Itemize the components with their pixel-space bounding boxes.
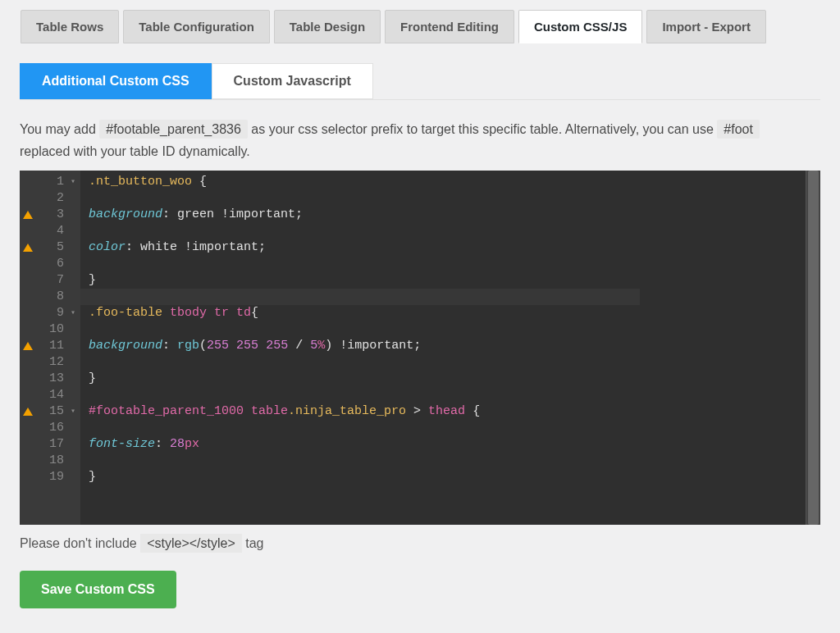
code-token: :	[155, 437, 170, 451]
line-number: 5	[49, 239, 64, 256]
tab-import-export[interactable]: Import - Export	[646, 10, 766, 43]
gutter-line: 13	[25, 371, 75, 387]
gutter-line: 3	[25, 207, 75, 223]
gutter-line: 1▾	[25, 174, 75, 190]
code-token: table	[251, 404, 288, 418]
gutter-line: 4	[25, 223, 75, 239]
line-number: 6	[49, 256, 64, 272]
code-token: tbody tr td	[162, 306, 251, 320]
editor-gutter: 1▾23456789▾101112131415▾16171819	[20, 171, 80, 525]
footer-pre: Please don't include	[20, 536, 140, 550]
line-number: 16	[49, 420, 64, 436]
code-token: thead	[428, 404, 465, 418]
code-token	[332, 339, 340, 353]
code-token: !important	[221, 207, 295, 221]
code-token: {	[192, 175, 207, 189]
gutter-line: 5	[25, 239, 75, 256]
code-token	[258, 339, 266, 353]
gutter-line: 8	[25, 289, 75, 305]
scroll-thumb[interactable]	[808, 171, 819, 525]
code-token	[244, 404, 251, 418]
code-token	[229, 339, 236, 353]
gutter-line: 10	[25, 321, 75, 338]
code-token: >	[406, 404, 428, 418]
editor-right-panel	[640, 171, 820, 525]
code-token: (	[199, 339, 207, 353]
tab-table-design[interactable]: Table Design	[274, 10, 381, 43]
gutter-line: 11	[25, 338, 75, 354]
code-token: :	[162, 207, 177, 221]
css-editor[interactable]: 1▾23456789▾101112131415▾16171819 .nt_but…	[20, 171, 820, 525]
code-token: 28	[170, 437, 185, 451]
gutter-line: 16	[25, 420, 75, 436]
fold-icon[interactable]: ▾	[69, 403, 75, 420]
tab-table-configuration[interactable]: Table Configuration	[123, 10, 270, 43]
tab-table-rows[interactable]: Table Rows	[21, 10, 119, 43]
fold-icon[interactable]: ▾	[69, 305, 75, 321]
code-token: px	[185, 437, 199, 451]
code-token: white	[140, 240, 185, 254]
line-number: 14	[49, 387, 64, 403]
line-number: 3	[49, 207, 64, 223]
code-token: ;	[413, 339, 421, 353]
code-token: .nt_button_woo	[89, 175, 192, 189]
line-number: 17	[49, 436, 64, 453]
line-number: 7	[49, 272, 64, 289]
subtab-custom-css[interactable]: Additional Custom CSS	[20, 63, 212, 99]
code-token: }	[89, 470, 96, 484]
code-token: )	[325, 339, 332, 353]
code-token: rgb	[177, 339, 199, 353]
subtab-custom-js[interactable]: Custom Javascript	[212, 63, 373, 99]
gutter-line: 2	[25, 190, 75, 207]
help-text: You may add #footable_parent_3836 as you…	[20, 118, 820, 162]
line-number: 18	[49, 453, 64, 469]
code-token: :	[162, 339, 177, 353]
code-token: green	[177, 207, 221, 221]
line-number: 11	[49, 338, 64, 354]
line-number: 8	[49, 289, 64, 305]
code-token: font-size	[89, 437, 155, 451]
line-number: 13	[49, 371, 64, 387]
help-mid: as your css selector prefix to target th…	[251, 122, 717, 136]
code-token: %	[317, 339, 325, 353]
line-number: 15	[49, 403, 64, 420]
help-pre: You may add	[20, 122, 99, 136]
save-custom-css-button[interactable]: Save Custom CSS	[20, 571, 176, 608]
line-number: 4	[49, 223, 64, 239]
gutter-line: 18	[25, 453, 75, 469]
gutter-line: 17	[25, 436, 75, 453]
code-token: ;	[295, 207, 303, 221]
line-number: 10	[49, 321, 64, 338]
code-token: }	[89, 273, 96, 287]
code-token: .foo-table	[89, 306, 162, 320]
help-line2: replaced with your table ID dynamically.	[20, 144, 250, 158]
code-token: color	[89, 240, 126, 254]
code-token: .ninja_table_pro	[288, 404, 406, 418]
tab-custom-css-js[interactable]: Custom CSS/JS	[518, 10, 642, 43]
editor-scrollbar[interactable]	[806, 171, 820, 525]
warning-icon	[23, 342, 33, 350]
selector-code-suffix: #foot	[717, 120, 760, 139]
code-token: 255	[207, 339, 229, 353]
gutter-line: 7	[25, 272, 75, 289]
code-token: !important	[340, 339, 413, 353]
code-token: #footable_parent_1000	[89, 404, 244, 418]
sub-tab-bar: Additional Custom CSS Custom Javascript	[20, 63, 820, 100]
footer-hint: Please don't include <style></style> tag	[20, 536, 820, 551]
fold-icon[interactable]: ▾	[69, 174, 75, 190]
tab-frontend-editing[interactable]: Frontend Editing	[385, 10, 514, 43]
code-token: 5	[310, 339, 317, 353]
warning-icon	[23, 211, 33, 219]
line-number: 19	[49, 469, 64, 485]
line-number: 12	[49, 354, 64, 371]
footer-post: tag	[245, 536, 263, 550]
code-token: ;	[258, 240, 266, 254]
line-number: 2	[49, 190, 64, 207]
gutter-line: 12	[25, 354, 75, 371]
code-token: 255	[236, 339, 258, 353]
code-token: :	[126, 240, 140, 254]
footer-code: <style></style>	[140, 534, 242, 553]
warning-icon	[23, 244, 33, 252]
code-token: /	[288, 339, 310, 353]
gutter-line: 14	[25, 387, 75, 403]
